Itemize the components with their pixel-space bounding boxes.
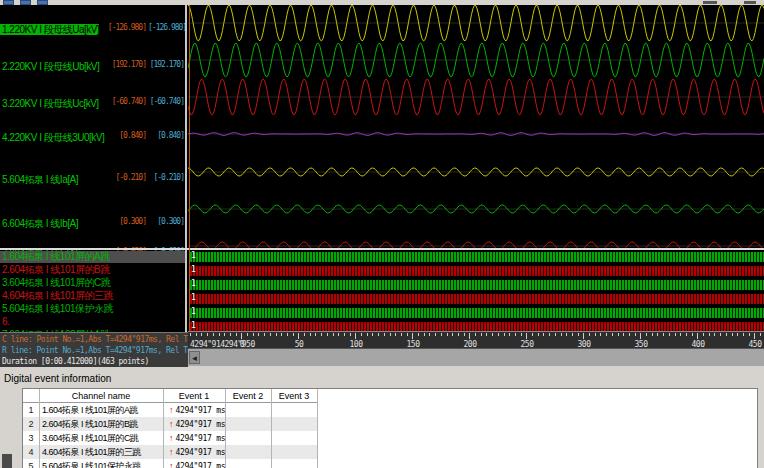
analog-channel-row[interactable]: 2.220KV I 段母线Ub[kV][192.170][192.170] (0, 58, 185, 71)
reference-value: [-60.740] (148, 95, 184, 108)
scroll-left-arrow-icon[interactable]: ◄ (189, 351, 200, 364)
axis-tick (361, 333, 362, 336)
axis-tick (236, 333, 237, 336)
rising-edge-arrow-icon: ↑ (163, 419, 176, 429)
table-grid-line (39, 389, 40, 468)
section-title: Digital event information (4, 373, 111, 384)
axis-tick (583, 333, 584, 339)
rising-edge-arrow-icon: ↑ (163, 433, 176, 443)
reference-value: [-126.980] (148, 21, 184, 34)
axis-tick (241, 333, 242, 339)
analog-channel-row[interactable]: 3.220KV I 段母线Uc[kV][-60.740][-60.740] (0, 95, 185, 108)
axis-tick (720, 333, 721, 336)
analog-channel-row[interactable]: 5.604拓泉 I 线Ia[A][-0.210][-0.210] (0, 171, 185, 184)
axis-tick (327, 333, 328, 336)
axis-tick (646, 333, 647, 336)
axis-tick (618, 333, 619, 336)
digital-trace: 1 (190, 252, 764, 262)
axis-tick (589, 333, 590, 336)
event3-cell (271, 403, 317, 417)
event-channel-name: 4.604拓泉 I 线101屏的三跳 (39, 445, 166, 459)
trace-state-value: 1 (191, 307, 196, 316)
axis-tick (521, 333, 522, 336)
axis-tick (498, 333, 499, 336)
row-number: 4 (23, 445, 39, 459)
axis-tick (378, 333, 379, 336)
cursor-status-panel: C line: Point No.=1,Abs T=4294"917ms, Re… (0, 332, 188, 367)
axis-tick (629, 333, 630, 336)
digital-trace: 1 (190, 280, 764, 290)
digital-event-table[interactable]: Channel nameEvent 1Event 2Event 311.604拓… (22, 388, 758, 468)
axis-tick (555, 333, 556, 336)
analog-channel-row[interactable]: 6.604拓泉 I 线Ib[A][0.300][0.300] (0, 215, 185, 228)
analog-channel-row[interactable]: 4.220KV I 段母线3U0[kV][0.840][0.840] (0, 129, 185, 142)
channel-label: 1.220KV I 段母线Ua[kV] (0, 24, 99, 35)
analog-channel-row[interactable]: 1.220KV I 段母线Ua[kV][-126.980][-126.980] (0, 21, 185, 34)
axis-tick (481, 333, 482, 336)
axis-tick (207, 333, 208, 336)
channel-label: 4.220KV I 段母线3U0[kV] (0, 132, 104, 143)
axis-tick (623, 333, 624, 336)
reference-value: [0.300] (148, 215, 184, 228)
digital-channel-row[interactable]: 3.604拓泉 I 线101屏的C跳 (0, 277, 185, 289)
axis-tick (680, 333, 681, 336)
event-table-row[interactable]: 55.604拓泉 I 线101保护永跳↑4294"917 ms (23, 459, 317, 468)
axis-tick (287, 333, 288, 336)
axis-tick (264, 333, 265, 336)
event-table-row[interactable]: 11.604拓泉 I 线101屏的A跳↑4294"917 ms (23, 403, 317, 417)
waveform-plot-area[interactable]: 111111 4294"914294"950 05010015020025030… (188, 5, 764, 366)
channel-label: 6.604拓泉 I 线Ib[A] (0, 218, 78, 229)
axis-tick (526, 333, 527, 339)
rising-edge-arrow-icon: ↑ (163, 405, 176, 415)
digital-channel-row[interactable]: 5.604拓泉 I 线101保护永跳 (0, 303, 185, 315)
r-line-status: R line: Point No.=1,Abs T=4294"917ms, Re… (2, 346, 188, 355)
axis-tick (401, 333, 402, 336)
event-table-row[interactable]: 44.604拓泉 I 线101屏的三跳↑4294"917 ms (23, 445, 317, 459)
axis-tick (640, 333, 641, 339)
cursor-line[interactable] (189, 5, 190, 331)
axis-tick (504, 333, 505, 336)
axis-tick (196, 333, 197, 336)
axis-tick (657, 333, 658, 336)
event-table-row[interactable]: 33.604拓泉 I 线101屏的C跳↑4294"917 ms (23, 431, 317, 445)
event-table-row[interactable]: 22.604拓泉 I 线101屏的B跳↑4294"917 ms (23, 417, 317, 431)
cursor-value: [192.170] (102, 58, 146, 71)
axis-tick (709, 333, 710, 336)
digital-channel-row[interactable]: 6. (0, 316, 185, 328)
column-header: Channel name (39, 389, 163, 403)
axis-tick (561, 333, 562, 336)
c-line-status: C line: Point No.=1,Abs T=4294"917ms, Re… (2, 335, 188, 344)
axis-tick (338, 333, 339, 336)
analog-digital-divider[interactable] (0, 248, 764, 250)
event3-cell (271, 417, 317, 431)
axis-tick (697, 333, 698, 339)
digital-channel-row[interactable]: 1.604拓泉 I 线101屏的A跳 (0, 251, 185, 263)
event1-cell: ↑4294"917 ms (163, 459, 225, 468)
horizontal-scrollbar[interactable]: ◄ (188, 348, 764, 366)
toolbar-mark-icon (744, 1, 756, 4)
axis-tick (749, 333, 750, 336)
event-channel-name: 5.604拓泉 I 线101保护永跳 (39, 459, 166, 468)
axis-tick (726, 333, 727, 336)
axis-tick (652, 333, 653, 336)
axis-tick (595, 333, 596, 336)
axis-tick (429, 333, 430, 336)
axis-tick (441, 333, 442, 336)
event-channel-name: 1.604拓泉 I 线101屏的A跳 (39, 403, 166, 417)
column-header: Event 3 (271, 389, 317, 403)
scroll-corner-box[interactable] (2, 454, 12, 468)
axis-tick (412, 333, 413, 339)
axis-tick (344, 333, 345, 336)
panel-divider-vertical[interactable] (185, 5, 187, 366)
event2-cell (225, 459, 271, 468)
digital-channel-row[interactable]: 2.604拓泉 I 线101屏的B跳 (0, 264, 185, 276)
axis-tick (424, 333, 425, 336)
axis-tick (219, 333, 220, 336)
table-grid-line (163, 389, 164, 468)
digital-channel-row[interactable]: 4.604拓泉 I 线101屏的三跳 (0, 290, 185, 302)
event-time: 4294"917 ms (176, 462, 226, 468)
channel-label: 5.604拓泉 I 线Ia[A] (0, 174, 78, 185)
axis-tick (635, 333, 636, 336)
axis-tick (515, 333, 516, 336)
axis-tick (298, 333, 299, 339)
